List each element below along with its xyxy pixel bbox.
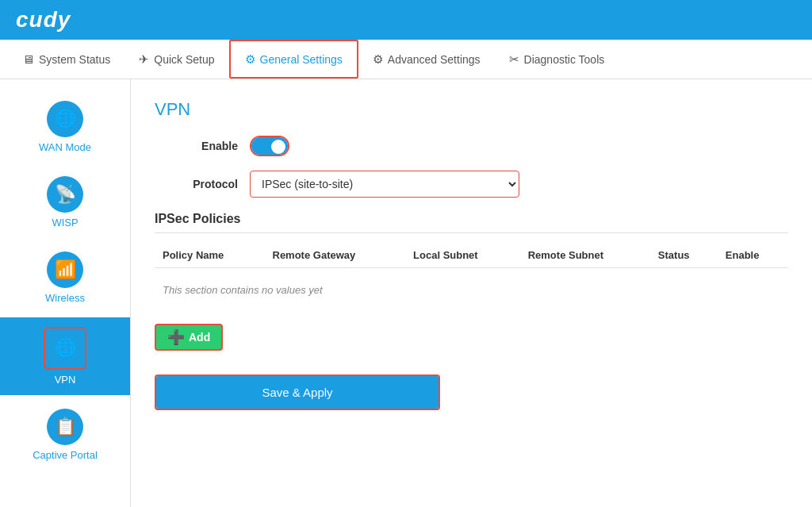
enable-row: Enable [155,136,788,156]
col-status: Status [650,243,718,268]
vpn-icon: 🌐 [47,330,83,367]
wireless-icon: 📶 [47,252,83,288]
captive-portal-icon: 📋 [47,409,83,445]
system-status-icon: 🖥 [22,52,34,66]
sidebar-item-wireless[interactable]: 📶 Wireless [0,242,130,313]
col-remote-gateway: Remote Gateway [265,243,406,268]
sidebar-item-vpn[interactable]: 🌐 VPN [0,317,130,395]
logo: cudy [16,7,71,33]
sidebar-item-wisp[interactable]: 📡 WISP [0,167,130,238]
sidebar-item-captive-portal[interactable]: 📋 Captive Portal [0,399,130,471]
protocol-select[interactable]: IPSec (site-to-site) OpenVPN PPTP L2TP [250,171,519,198]
add-button[interactable]: ➕ Add [155,324,223,351]
toggle-thumb [271,140,285,154]
save-apply-button[interactable]: Save & Apply [156,376,439,409]
save-button-wrap: Save & Apply [155,374,440,410]
col-remote-subnet: Remote Subnet [520,243,650,268]
vpn-icon-wrap: 🌐 [44,327,86,370]
header: cudy [0,0,812,40]
protocol-label: Protocol [155,178,250,190]
wan-mode-icon: 🌐 [47,101,83,137]
col-local-subnet: Local Subnet [405,243,520,268]
wisp-icon: 📡 [47,176,83,213]
page-title: VPN [155,99,788,120]
tab-advanced-settings[interactable]: ⚙ Advanced Settings [358,40,495,79]
col-policy-name: Policy Name [155,243,265,268]
tab-general-settings[interactable]: ⚙ General Settings [229,40,358,79]
advanced-settings-icon: ⚙ [373,52,383,67]
empty-message: This section contains no values yet [155,268,788,313]
tab-diagnostic-tools[interactable]: ✂ Diagnostic Tools [495,40,619,79]
general-settings-icon: ⚙ [245,52,255,67]
sidebar-item-wan-mode[interactable]: 🌐 WAN Mode [0,91,130,163]
col-enable: Enable [718,243,788,268]
tab-system-status[interactable]: 🖥 System Status [8,40,124,79]
main-content: VPN Enable Protocol IPSec (site-to-site)… [131,79,812,507]
enable-label: Enable [155,140,250,152]
layout: 🌐 WAN Mode 📡 WISP 📶 Wireless 🌐 VPN 📋 Cap… [0,79,812,507]
diagnostic-tools-icon: ✂ [509,52,519,67]
ipsec-policies-heading: IPSec Policies [155,212,788,233]
enable-toggle[interactable] [250,136,289,156]
sidebar: 🌐 WAN Mode 📡 WISP 📶 Wireless 🌐 VPN 📋 Cap… [0,79,131,507]
add-button-label: Add [189,331,210,344]
add-icon: ➕ [167,330,185,344]
protocol-row: Protocol IPSec (site-to-site) OpenVPN PP… [155,171,788,198]
table-empty-row: This section contains no values yet [155,268,788,313]
toggle-track [251,137,288,155]
policy-table: Policy Name Remote Gateway Local Subnet … [155,243,788,312]
tab-quick-setup[interactable]: ✈ Quick Setup [124,40,228,79]
quick-setup-icon: ✈ [139,52,149,67]
nav-tabs: 🖥 System Status ✈ Quick Setup ⚙ General … [0,40,812,79]
